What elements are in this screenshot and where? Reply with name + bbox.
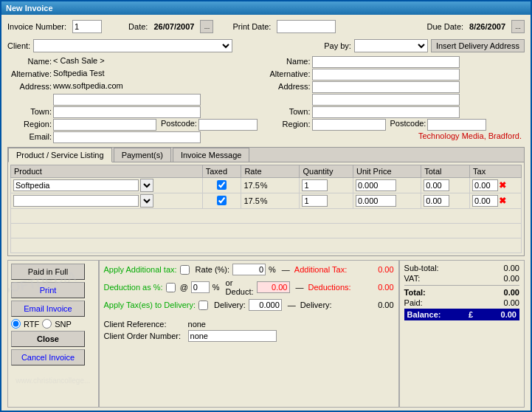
client-label: Client: [7,41,30,50]
right-town-label: Town: [266,106,311,116]
tabs-container: Product / Service Listing Payment(s) Inv… [7,147,525,256]
quantity-cell-2 [300,193,353,209]
product-input-1[interactable] [13,179,139,191]
due-date-value: 8/26/2007 [469,22,505,31]
paid-in-full-button[interactable]: Paid in Full [11,264,85,280]
invoice-header-row: Invoice Number: Date: 26/07/2007 ... Pri… [4,18,528,35]
or-deduct-input[interactable] [257,281,290,293]
right-name-input[interactable] [312,56,460,68]
right-name-row: Name: [266,56,525,68]
deduction-label: Deduction as %: [104,283,163,292]
unit-price-input-2[interactable] [356,195,396,207]
left-name-row: Name: < Cash Sale > [7,56,266,68]
product-select-1[interactable]: ▼ [140,179,153,192]
right-town-input[interactable] [312,106,460,118]
rate-unit-2: % [260,196,268,205]
balance-label: Balance: [407,310,441,319]
quantity-cell-1 [300,178,353,193]
due-date-picker-button[interactable]: ... [511,20,525,33]
snp-radio[interactable] [42,319,52,329]
left-town-label: Town: [7,106,52,116]
quantity-input-1[interactable] [302,179,328,191]
delivery-input[interactable] [249,299,282,311]
apply-tax-delivery-checkbox[interactable] [198,301,208,310]
subtotal-label: Sub-total: [404,264,439,272]
client-select[interactable] [33,39,232,52]
address-right-block: Name: Alternative: Address: Town: [266,56,525,143]
tab-payments[interactable]: Payment(s) [114,148,171,162]
subtotal-value: 0.00 [483,264,519,272]
rtf-radio[interactable] [11,319,21,329]
delete-row-2[interactable]: ✖ [499,196,506,206]
col-product: Product [11,165,203,178]
left-region-input[interactable] [53,119,156,131]
deduction-checkbox[interactable] [166,283,176,292]
right-addr2-input[interactable] [312,94,460,106]
email-invoice-button[interactable]: Email Invoice [11,301,85,317]
taxed-checkbox-2[interactable] [217,196,227,205]
tax-input-1[interactable] [472,179,498,191]
total-input-2[interactable] [424,195,449,207]
product-select-2[interactable]: ▼ [140,194,153,207]
taxed-checkbox-1[interactable] [217,180,227,190]
left-postcode-input[interactable] [198,119,258,131]
delivery-label-right: Delivery: [300,301,332,309]
cancel-invoice-button[interactable]: Cancel Invoice [11,349,85,365]
payby-select[interactable] [354,39,428,52]
client-ref-label: Client Reference: [104,320,185,329]
col-rate: Rate [241,165,300,178]
col-taxed: Taxed [202,165,241,178]
percent-sign: % [269,265,276,274]
left-postcode-label: Postcode: [161,119,197,128]
deductions-value-right: 0.00 [357,283,394,292]
additional-tax-label-right: Additional Tax: [294,265,347,274]
right-alt-input[interactable] [312,69,460,80]
balance-row: Balance: £ 0.00 [404,309,519,320]
print-date-input[interactable] [277,20,336,33]
total-input-1[interactable] [424,179,449,191]
print-button[interactable]: Print [11,282,85,298]
tech-media-text: Technology Media, Bradford. [418,131,525,140]
invoice-number-input[interactable] [72,20,102,33]
left-name-value: < Cash Sale > [53,56,105,65]
rate-value-1: 17.5 [243,181,259,190]
apply-additional-checkbox[interactable] [180,265,190,275]
order-number-input[interactable] [188,330,277,342]
left-email-input[interactable] [53,131,201,143]
format-radio-row: RTF SNP [11,319,95,329]
right-addr-row: Address: [266,81,525,93]
window-title: New Invoice [6,4,53,13]
left-town-input[interactable] [53,106,201,118]
address-left-block: Name: < Cash Sale > Alternative: Softped… [7,56,266,143]
left-button-panel: SOFTPEDIA Paid in Full Print Email Invoi… [7,260,99,408]
at-input[interactable] [191,281,210,293]
left-addr2-input[interactable] [53,94,201,106]
deduction-row: Deduction as %: @ % or Deduct: — Deducti… [104,278,394,296]
quantity-input-2[interactable] [302,195,328,207]
delete-row-1[interactable]: ✖ [499,180,506,190]
payby-label: Pay by: [324,41,351,50]
apply-additional-label: Apply Additional tax: [104,265,177,274]
unit-price-input-1[interactable] [356,179,396,191]
watermark-bottom: www.christiancollege... [8,377,98,385]
date-picker-button[interactable]: ... [200,20,213,33]
order-number-label: Client Order Number: [104,332,185,340]
right-region-input[interactable] [312,119,386,131]
deductions-label-right: Deductions: [308,283,351,292]
tab-product-service[interactable]: Product / Service Listing [8,148,112,162]
paid-label: Paid: [404,298,423,307]
tab-invoice-message[interactable]: Invoice Message [173,148,250,162]
rate-input[interactable] [232,264,266,275]
col-quantity: Quantity [300,165,353,178]
right-addr-input[interactable] [312,81,460,93]
additional-tax-row: Apply Additional tax: Rate (%): % — Addi… [104,264,394,275]
total-label: Total: [404,288,426,297]
tax-input-2[interactable] [472,195,498,207]
product-input-2[interactable] [13,195,139,207]
right-postcode-input[interactable] [427,119,486,131]
empty-row-3 [11,238,522,253]
left-addr2-row [7,94,266,106]
insert-delivery-button[interactable]: Insert Delivery Address [431,39,525,52]
percent2: % [213,283,220,292]
close-button[interactable]: Close [11,331,85,347]
